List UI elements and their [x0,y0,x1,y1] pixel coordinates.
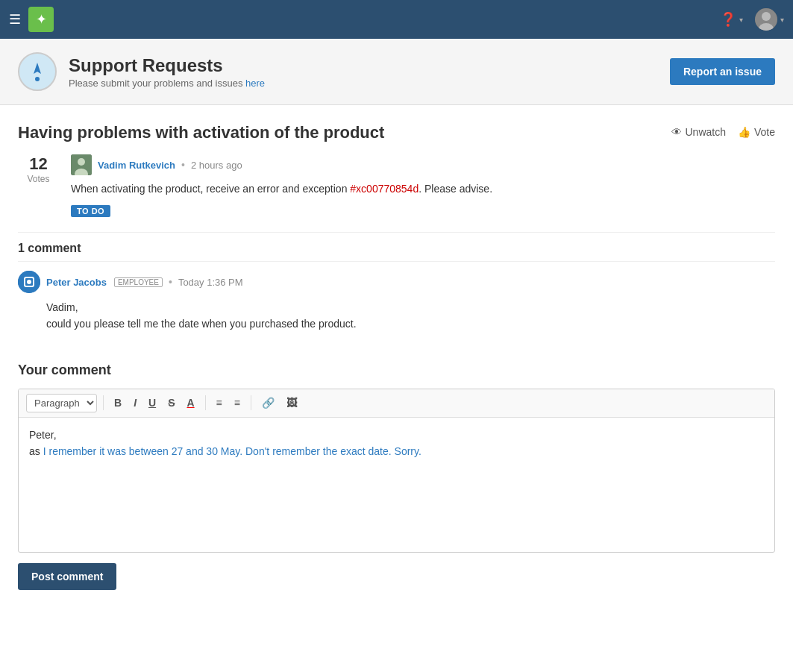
hamburger-icon[interactable]: ☰ [9,11,21,28]
user-caret: ▾ [780,16,784,24]
employee-badge: EMPLOYEE [114,277,163,287]
header-logo-icon [18,52,57,91]
eye-icon: 👁 [671,126,682,138]
issue-body: 12 Votes Vadim Rutkevich • 2 hours ago [18,154,775,217]
editor-toolbar: Paragraph B I U S A ≡ ≡ 🔗 🖼 [19,389,774,418]
header-text: Support Requests Please submit your prob… [69,55,265,89]
issue-text: When activating the product, receive an … [71,181,775,197]
thumbs-up-icon: 👍 [738,126,750,138]
vote-button[interactable]: 👍 Vote [738,126,775,138]
strikethrough-button[interactable]: S [163,395,179,411]
main-content: Having problems with activation of the p… [0,105,793,608]
author-avatar [71,154,92,175]
user-menu-button[interactable]: ▾ [755,8,784,31]
commenter-avatar [18,271,40,293]
report-issue-button[interactable]: Report an issue [670,58,775,85]
page-subtitle: Please submit your problems and issues h… [69,78,265,89]
votes-count: 12 [29,154,47,174]
svg-point-7 [78,158,85,166]
comment-body: Vadim, could you please tell me the date… [46,299,775,333]
comment-editor-body[interactable]: Peter, as I remember it was between 27 a… [19,418,774,552]
app-logo-icon: ✦ [36,11,47,28]
page-header: Support Requests Please submit your prob… [0,39,793,105]
link-button[interactable]: 🔗 [257,395,279,411]
votes-section: 12 Votes [18,154,59,217]
svg-point-11 [27,280,31,284]
post-comment-button[interactable]: Post comment [18,563,116,590]
page-header-left: Support Requests Please submit your prob… [18,52,265,91]
comment-item: Peter Jacobs EMPLOYEE • Today 1:36 PM Va… [18,261,775,342]
commenter-name[interactable]: Peter Jacobs [46,277,107,288]
your-comment-title: Your comment [18,362,775,378]
error-code: #xc00770854d [350,183,419,195]
issue-title-row: Having problems with activation of the p… [18,123,775,142]
help-caret: ▾ [739,16,743,24]
topnav-right: ❓ ▾ ▾ [720,8,784,31]
bold-button[interactable]: B [110,395,126,411]
topnav-left: ☰ ✦ [9,7,54,32]
topnav: ☰ ✦ ❓ ▾ ▾ [0,0,793,39]
here-link[interactable]: here [245,78,265,89]
issue-meta: Vadim Rutkevich • 2 hours ago [71,154,775,175]
underline-button[interactable]: U [144,395,160,411]
issue-title: Having problems with activation of the p… [18,123,384,142]
svg-point-1 [762,12,771,21]
unordered-list-button[interactable]: ≡ [230,395,245,411]
comment-meta: Peter Jacobs EMPLOYEE • Today 1:36 PM [18,271,775,293]
user-avatar [755,8,777,31]
comment-editor: Paragraph B I U S A ≡ ≡ 🔗 🖼 Peter, as I … [18,389,775,553]
editor-link-text: I remember it was between 27 and 30 May.… [43,445,421,457]
status-badge: TO DO [71,205,110,217]
app-logo[interactable]: ✦ [28,7,54,32]
italic-button[interactable]: I [129,395,141,411]
svg-point-5 [35,77,40,81]
image-button[interactable]: 🖼 [282,395,301,411]
votes-label: Votes [27,174,49,184]
ordered-list-button[interactable]: ≡ [212,395,227,411]
comment-count: 1 comment [18,232,775,261]
issue-detail: Vadim Rutkevich • 2 hours ago When activ… [71,154,775,217]
unwatch-button[interactable]: 👁 Unwatch [671,126,726,138]
paragraph-select[interactable]: Paragraph [26,394,97,412]
issue-time: 2 hours ago [191,160,242,171]
issue-actions: 👁 Unwatch 👍 Vote [671,126,776,138]
page-title: Support Requests [69,55,265,76]
help-icon: ❓ [720,11,736,28]
issue-author-name[interactable]: Vadim Rutkevich [98,160,175,171]
color-button[interactable]: A [182,395,198,411]
help-button[interactable]: ❓ ▾ [720,11,743,28]
comment-time: Today 1:36 PM [178,277,243,288]
